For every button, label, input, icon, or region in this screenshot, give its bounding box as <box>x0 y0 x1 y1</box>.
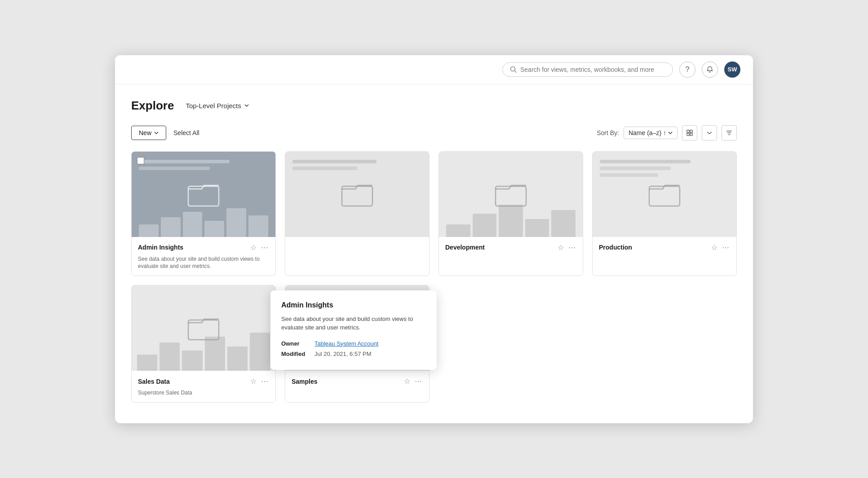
toolbar: New Select All Sort By: Name (a–z) ↑ <box>131 125 737 140</box>
view-options-button[interactable] <box>702 125 717 140</box>
project-tooltip: Admin Insights See data about your site … <box>270 290 437 370</box>
card-checkbox[interactable] <box>137 157 144 164</box>
tooltip-modified-label: Modified <box>281 351 310 357</box>
new-label: New <box>139 129 151 136</box>
card-thumbnail <box>132 285 275 371</box>
select-all-button[interactable]: Select All <box>173 129 199 136</box>
toolbar-right: Sort By: Name (a–z) ↑ <box>597 125 737 140</box>
more-options-button[interactable]: ⋯ <box>721 242 730 253</box>
more-options-button[interactable]: ⋯ <box>260 376 269 386</box>
card-title-row: Sales Data ☆ ⋯ <box>138 376 269 386</box>
folder-icon <box>341 180 373 209</box>
breadcrumb-label: Top-Level Projects <box>186 102 241 110</box>
card-icons: ☆ ⋯ <box>249 242 269 253</box>
svg-rect-3 <box>690 130 692 132</box>
card-title: Samples <box>292 378 318 385</box>
sort-dropdown[interactable]: Name (a–z) ↑ <box>624 127 678 139</box>
breadcrumb-dropdown[interactable]: Top-Level Projects <box>181 100 253 111</box>
header: ? SW <box>115 55 753 84</box>
card-sales-data[interactable]: Sales Data ☆ ⋯ Superstore Sales Data <box>131 285 276 403</box>
card-thumbnail <box>285 152 429 237</box>
thumb-lines <box>600 160 729 180</box>
more-options-button[interactable]: ⋯ <box>260 242 269 253</box>
svg-rect-4 <box>687 133 689 136</box>
card-title-row: Development ☆ ⋯ <box>445 242 576 253</box>
tooltip-owner-label: Owner <box>281 340 310 347</box>
page-title: Explore <box>131 99 174 113</box>
help-button[interactable]: ? <box>679 61 695 78</box>
card-thumbnail <box>132 152 275 237</box>
card-title: Development <box>445 244 485 251</box>
search-input[interactable] <box>520 66 665 73</box>
card-icons: ☆ ⋯ <box>403 376 423 386</box>
card-icons: ☆ ⋯ <box>710 242 730 253</box>
folder-icon <box>187 314 220 342</box>
folder-icon <box>648 180 681 209</box>
favorite-button[interactable]: ☆ <box>249 376 257 386</box>
filter-button[interactable] <box>722 125 737 140</box>
thumb-lines <box>292 160 422 173</box>
tooltip-modified-value: Jul 20, 2021, 6:57 PM <box>314 351 371 357</box>
card-body <box>285 237 429 250</box>
more-options-button[interactable]: ⋯ <box>414 376 423 386</box>
grid-view-button[interactable] <box>682 125 697 140</box>
tooltip-title: Admin Insights <box>281 301 426 309</box>
card-icons: ☆ ⋯ <box>249 376 269 386</box>
chevron-down-sort-icon <box>668 131 673 135</box>
tooltip-owner-link[interactable]: Tableau System Account <box>314 340 378 347</box>
chevron-down-icon <box>244 103 249 108</box>
card-body: Sales Data ☆ ⋯ Superstore Sales Data <box>132 371 275 402</box>
svg-line-1 <box>515 71 517 73</box>
favorite-button[interactable]: ☆ <box>710 242 718 253</box>
tooltip-modified-row: Modified Jul 20, 2021, 6:57 PM <box>281 351 426 357</box>
card-body: Admin Insights ☆ ⋯ See data about your s… <box>132 237 275 276</box>
card-title-row: Production ☆ ⋯ <box>599 242 730 253</box>
card-body: Production ☆ ⋯ <box>593 237 736 261</box>
user-avatar[interactable]: SW <box>724 61 740 78</box>
new-button[interactable]: New <box>131 126 166 140</box>
filter-icon <box>726 130 732 136</box>
card-title: Production <box>599 244 632 251</box>
search-bar[interactable] <box>502 62 673 77</box>
card-thumbnail <box>593 152 736 237</box>
thumb-lines <box>139 160 268 173</box>
card-production[interactable]: Production ☆ ⋯ <box>592 151 737 276</box>
chevron-down-small-icon <box>154 131 159 135</box>
card-body: Samples ☆ ⋯ <box>285 371 429 395</box>
card-2[interactable] <box>285 151 430 276</box>
card-title: Sales Data <box>138 378 170 385</box>
card-title-row: Admin Insights ☆ ⋯ <box>138 242 269 253</box>
projects-grid: Admin Insights ☆ ⋯ See data about your s… <box>131 151 737 403</box>
toolbar-left: New Select All <box>131 126 199 140</box>
card-thumbnail <box>439 152 583 237</box>
notifications-button[interactable] <box>702 61 718 78</box>
favorite-button[interactable]: ☆ <box>403 376 411 386</box>
card-description: Superstore Sales Data <box>138 389 269 397</box>
tooltip-owner-row: Owner Tableau System Account <box>281 340 426 347</box>
grid-icon <box>686 130 693 136</box>
sort-by-label: Sort By: <box>597 129 619 136</box>
svg-rect-5 <box>690 133 692 136</box>
card-admin-insights[interactable]: Admin Insights ☆ ⋯ See data about your s… <box>131 151 276 276</box>
card-icons: ☆ ⋯ <box>557 242 576 253</box>
main-content: Explore Top-Level Projects New Select Al… <box>115 84 753 417</box>
favorite-button[interactable]: ☆ <box>557 242 565 253</box>
search-icon <box>510 66 517 73</box>
bell-icon <box>706 66 713 73</box>
card-title-row: Samples ☆ ⋯ <box>292 376 423 386</box>
favorite-button[interactable]: ☆ <box>249 242 257 253</box>
more-options-button[interactable]: ⋯ <box>567 242 576 253</box>
card-description: See data about your site and build custo… <box>138 255 269 271</box>
title-row: Explore Top-Level Projects <box>131 99 737 113</box>
tooltip-description: See data about your site and build custo… <box>281 315 426 332</box>
folder-icon <box>187 180 220 209</box>
card-development[interactable]: Development ☆ ⋯ <box>438 151 583 276</box>
svg-rect-2 <box>687 130 689 132</box>
sort-value: Name (a–z) ↑ <box>629 129 666 136</box>
chevron-down-view-icon <box>707 130 712 136</box>
folder-icon <box>495 180 527 209</box>
card-title: Admin Insights <box>138 244 183 251</box>
main-window: ? SW Explore Top-Level Projects New <box>115 55 753 423</box>
card-body: Development ☆ ⋯ <box>439 237 583 261</box>
